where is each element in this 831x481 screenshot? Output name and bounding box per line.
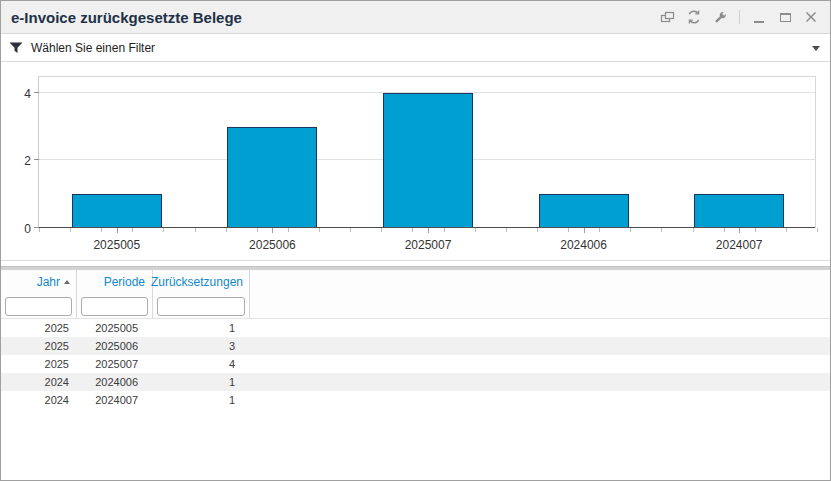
table-header: Jahr Periode Zurücksetzungen — [1, 270, 830, 294]
table-cell: 2024007 — [77, 391, 153, 409]
filter-prompt-label: Wählen Sie einen Filter — [31, 41, 155, 55]
x-axis-minor-tick — [319, 228, 320, 232]
x-axis-tick — [739, 228, 740, 233]
x-axis-category-label: 2024007 — [661, 238, 817, 252]
y-axis-label: 4 — [11, 87, 31, 101]
x-axis-minor-tick — [693, 228, 694, 232]
x-axis-minor-tick — [163, 228, 164, 232]
x-axis-minor-tick — [226, 228, 227, 232]
sort-ascending-icon — [64, 280, 70, 284]
jahr-filter-input[interactable] — [5, 297, 72, 316]
table-body: 2025202500512025202500632025202500742024… — [1, 319, 830, 409]
x-axis-tick — [272, 228, 273, 233]
periode-filter-input[interactable] — [81, 297, 148, 316]
zuruecksetzungen-filter-input[interactable] — [157, 297, 245, 316]
y-axis-tick — [34, 92, 39, 93]
column-header-zuruecksetzungen[interactable]: Zurücksetzungen — [153, 270, 250, 294]
x-axis-minor-tick — [506, 228, 507, 232]
funnel-icon — [1, 41, 31, 55]
filter-cell — [77, 294, 153, 318]
x-axis-minor-tick — [724, 228, 725, 232]
table-cell: 2024 — [1, 373, 77, 391]
column-header-jahr[interactable]: Jahr — [1, 270, 77, 294]
x-axis-minor-tick — [288, 228, 289, 232]
filter-bar[interactable]: Wählen Sie einen Filter — [1, 34, 830, 62]
cascade-windows-icon[interactable] — [657, 6, 679, 28]
x-axis-minor-tick — [817, 228, 818, 232]
wrench-icon[interactable] — [709, 6, 731, 28]
table-cell: 2025006 — [77, 337, 153, 355]
table-row[interactable]: 202420240061 — [1, 373, 830, 391]
window-title: e-Invoice zurückgesetzte Belege — [1, 9, 657, 26]
chart-x-axis — [39, 227, 815, 228]
table-row[interactable]: 202520250063 — [1, 337, 830, 355]
chart-bar[interactable] — [72, 194, 162, 228]
x-axis-minor-tick — [412, 228, 413, 232]
column-label: Zurücksetzungen — [151, 275, 243, 289]
x-axis-minor-tick — [630, 228, 631, 232]
table-cell: 1 — [153, 391, 250, 409]
table-cell: 2024006 — [77, 373, 153, 391]
x-axis-minor-tick — [786, 228, 787, 232]
dashboard-widget-window: e-Invoice zurückgesetzte Belege — [0, 0, 831, 481]
refresh-icon[interactable] — [683, 6, 705, 28]
title-bar: e-Invoice zurückgesetzte Belege — [1, 1, 830, 34]
x-axis-tick — [428, 228, 429, 233]
table-cell: 2025007 — [77, 355, 153, 373]
caret-down-icon[interactable] — [812, 46, 820, 51]
column-label: Periode — [104, 275, 145, 289]
x-axis-minor-tick — [101, 228, 102, 232]
close-icon[interactable] — [800, 6, 822, 28]
x-axis-minor-tick — [195, 228, 196, 232]
x-axis-minor-tick — [661, 228, 662, 232]
y-axis-tick — [34, 159, 39, 160]
x-axis-minor-tick — [599, 228, 600, 232]
chart-bar[interactable] — [539, 194, 629, 228]
table-cell: 3 — [153, 337, 250, 355]
x-axis-minor-tick — [381, 228, 382, 232]
table-cell: 1 — [153, 373, 250, 391]
y-axis-label: 0 — [11, 222, 31, 236]
chart-plot: 02420250052025006202500720240062024007 — [38, 76, 816, 228]
table-row[interactable]: 202520250051 — [1, 319, 830, 337]
table-cell: 2024 — [1, 391, 77, 409]
column-header-periode[interactable]: Periode — [77, 270, 153, 294]
table-cell: 2025005 — [77, 319, 153, 337]
table-row[interactable]: 202520250074 — [1, 355, 830, 373]
table-cell: 2025 — [1, 355, 77, 373]
x-axis-category-label: 2025005 — [39, 238, 195, 252]
column-label: Jahr — [37, 275, 60, 289]
x-axis-minor-tick — [568, 228, 569, 232]
chart-bar[interactable] — [227, 127, 317, 228]
table-row[interactable]: 202420240071 — [1, 391, 830, 409]
table-cell: 2025 — [1, 319, 77, 337]
chart: 02420250052025006202500720240062024007 — [1, 62, 830, 261]
x-axis-tick — [584, 228, 585, 233]
table-cell: 2025 — [1, 337, 77, 355]
x-axis-category-label: 2025007 — [350, 238, 506, 252]
x-axis-minor-tick — [537, 228, 538, 232]
y-axis-label: 2 — [11, 154, 31, 168]
x-axis-minor-tick — [444, 228, 445, 232]
x-axis-category-label: 2025006 — [195, 238, 351, 252]
x-axis-category-label: 2024006 — [506, 238, 662, 252]
x-axis-minor-tick — [475, 228, 476, 232]
minimize-icon[interactable] — [748, 6, 770, 28]
x-axis-minor-tick — [70, 228, 71, 232]
title-bar-buttons — [657, 6, 830, 28]
x-axis-tick — [117, 228, 118, 233]
x-axis-minor-tick — [132, 228, 133, 232]
x-axis-minor-tick — [257, 228, 258, 232]
x-axis-minor-tick — [350, 228, 351, 232]
filter-cell — [1, 294, 77, 318]
chart-bar[interactable] — [383, 93, 473, 228]
table-filter-row — [1, 294, 830, 319]
filter-cell — [153, 294, 250, 318]
chart-bar[interactable] — [694, 194, 784, 228]
table-cell: 1 — [153, 319, 250, 337]
toolbar-separator — [739, 10, 740, 24]
table-cell: 4 — [153, 355, 250, 373]
x-axis-minor-tick — [39, 228, 40, 232]
x-axis-minor-tick — [755, 228, 756, 232]
maximize-icon[interactable] — [774, 6, 796, 28]
